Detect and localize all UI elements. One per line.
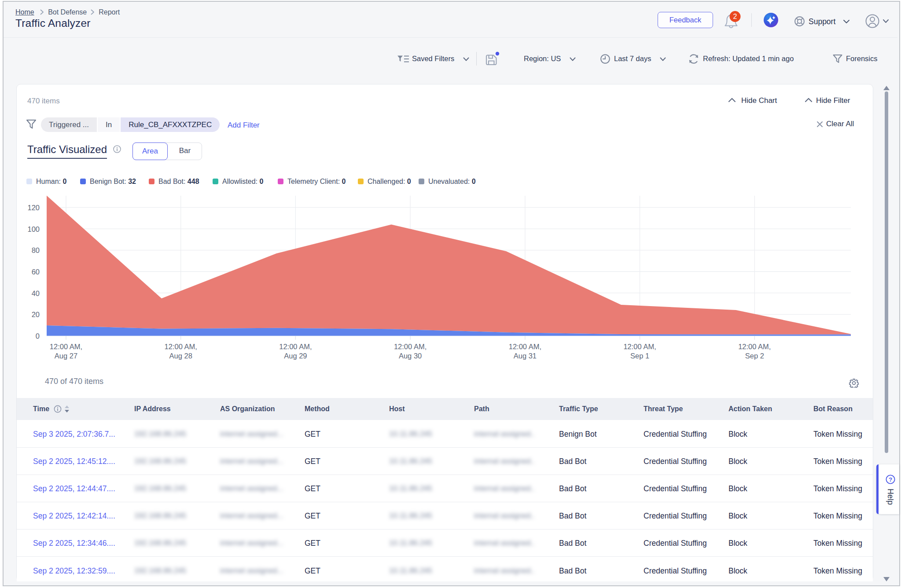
svg-text:2: 2	[733, 13, 737, 20]
svg-text:40: 40	[32, 289, 40, 297]
svg-text:Aug 31: Aug 31	[514, 352, 537, 360]
svg-text:12:00 AM,: 12:00 AM,	[623, 343, 656, 351]
svg-text:12:00 AM,: 12:00 AM,	[50, 343, 82, 351]
svg-text:12:00 AM,: 12:00 AM,	[509, 343, 541, 351]
svg-text:12:00 AM,: 12:00 AM,	[165, 343, 197, 351]
svg-text:Sep 1: Sep 1	[630, 352, 649, 360]
svg-text:Aug 27: Aug 27	[55, 352, 77, 360]
svg-text:100: 100	[27, 225, 40, 233]
svg-text:80: 80	[32, 246, 40, 254]
svg-text:Aug 30: Aug 30	[399, 352, 422, 360]
svg-text:120: 120	[27, 204, 40, 212]
svg-text:12:00 AM,: 12:00 AM,	[738, 343, 771, 351]
svg-text:60: 60	[32, 268, 40, 276]
svg-text:0: 0	[36, 332, 40, 340]
svg-text:Aug 28: Aug 28	[169, 352, 192, 360]
svg-text:Sep 2: Sep 2	[745, 352, 764, 360]
svg-text:Aug 29: Aug 29	[284, 352, 307, 360]
svg-text:?: ?	[889, 476, 892, 483]
svg-text:12:00 AM,: 12:00 AM,	[279, 343, 312, 351]
svg-text:20: 20	[32, 310, 40, 318]
svg-text:Support: Support	[809, 17, 835, 26]
svg-text:12:00 AM,: 12:00 AM,	[394, 343, 427, 351]
